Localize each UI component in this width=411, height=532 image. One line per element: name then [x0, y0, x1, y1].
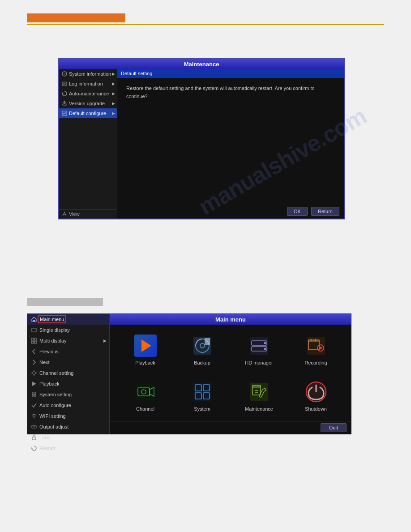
- main-menu-label: Main menu: [38, 315, 66, 323]
- svg-rect-13: [34, 338, 37, 340]
- svg-rect-54: [253, 385, 261, 388]
- svg-rect-14: [31, 341, 34, 343]
- menu-item-shutdown[interactable]: Shutdown: [290, 375, 342, 417]
- channel-label: Channel: [136, 406, 154, 412]
- maintenance-main: Default setting Restore the default sett…: [117, 69, 344, 219]
- maintenance-title: Maintenance: [184, 61, 219, 68]
- sidebar-item-output-adjust[interactable]: Output adjust: [27, 421, 109, 432]
- svg-rect-43: [137, 383, 154, 401]
- sidebar-item-version-upgrade-label: Version upgrade: [69, 101, 105, 106]
- maintenance-body: i System information ▶ Log information ▶…: [59, 69, 344, 219]
- svg-point-33: [264, 342, 266, 344]
- arrow-icon-0: ▶: [112, 72, 115, 76]
- maintenance-label: Maintenance: [245, 406, 273, 412]
- sidebar-item-single-display[interactable]: Single display: [27, 325, 109, 335]
- return-button[interactable]: Return: [311, 207, 339, 216]
- sidebar-item-previous[interactable]: Previous: [27, 346, 109, 357]
- menu-item-channel[interactable]: Channel: [119, 375, 171, 417]
- main-menu-footer: Quit: [110, 421, 351, 434]
- svg-rect-12: [31, 338, 34, 340]
- single-display-label: Single display: [39, 327, 70, 333]
- svg-text:i: i: [64, 72, 65, 76]
- svg-point-35: [264, 348, 266, 350]
- sidebar-item-channel-setting[interactable]: Channel setting: [27, 368, 109, 378]
- sidebar-item-lock[interactable]: Lock: [27, 432, 109, 443]
- main-menu-sidebar: Main menu Single display Multi display ▶…: [27, 313, 110, 434]
- main-menu-title-text: Main menu: [215, 316, 246, 323]
- sidebar-item-log-info[interactable]: Log information ▶: [59, 79, 117, 89]
- sidebar-item-restart[interactable]: Restart: [27, 443, 109, 454]
- shutdown-label: Shutdown: [305, 406, 327, 412]
- svg-point-16: [33, 372, 35, 374]
- sidebar-item-wifi-setting[interactable]: WIFI setting: [27, 411, 109, 421]
- sidebar-item-main-menu[interactable]: Main menu: [27, 314, 109, 325]
- hdmanager-label: HD manager: [245, 360, 273, 365]
- header-orange-bar: [27, 13, 125, 22]
- page-header: [27, 13, 384, 22]
- auto-configure-label: Auto configure: [39, 403, 71, 408]
- playback-icon: [134, 334, 157, 357]
- menu-item-backup[interactable]: Backup: [176, 329, 228, 371]
- playback-label: Playback: [135, 360, 155, 365]
- maintenance-sidebar: i System information ▶ Log information ▶…: [59, 69, 117, 219]
- output-adjust-label: Output adjust: [39, 424, 68, 429]
- svg-rect-10: [33, 320, 35, 322]
- menu-item-recording[interactable]: Recording: [290, 329, 342, 371]
- sidebar-footer: View: [59, 209, 117, 219]
- arrow-icon-2: ▶: [112, 91, 115, 96]
- main-menu-title: Main menu: [110, 314, 351, 325]
- shutdown-icon: [304, 380, 328, 403]
- maintenance-footer: OK Return: [117, 204, 344, 219]
- default-setting-label: Default setting: [121, 71, 152, 76]
- sidebar-item-next[interactable]: Next: [27, 357, 109, 368]
- system-setting-label: System setting: [39, 392, 72, 397]
- maintenance-title-bar: Maintenance: [59, 59, 344, 69]
- section2-gray-bar: [27, 298, 103, 306]
- svg-point-23: [34, 417, 34, 418]
- system-icon: [191, 380, 214, 403]
- menu-item-system[interactable]: System: [176, 375, 228, 417]
- main-menu-screenshot: Main menu Single display Multi display ▶…: [27, 313, 351, 434]
- svg-rect-30: [205, 338, 210, 345]
- arrow-multi-display: ▶: [103, 339, 107, 343]
- sidebar-item-default-configure-label: Default configure: [69, 111, 106, 116]
- sidebar-item-playback[interactable]: Playback: [27, 378, 109, 389]
- sidebar-item-system-info[interactable]: i System information ▶: [59, 69, 117, 79]
- sidebar-item-system-setting[interactable]: System setting: [27, 389, 109, 400]
- restart-label: Restart: [39, 446, 55, 451]
- menu-item-playback[interactable]: Playback: [119, 329, 171, 371]
- sidebar-item-auto-maintenance[interactable]: Auto-maintenance ▶: [59, 89, 117, 99]
- backup-icon: [191, 334, 214, 357]
- svg-marker-5: [62, 92, 64, 94]
- sidebar-item-multi-display[interactable]: Multi display ▶: [27, 335, 109, 346]
- sidebar-item-version-upgrade[interactable]: Version upgrade ▶: [59, 99, 117, 108]
- sidebar-footer-label: View: [69, 211, 80, 217]
- main-menu-grid: Playback Backup: [110, 325, 351, 421]
- arrow-icon-4: ▶: [112, 111, 115, 116]
- sidebar-item-system-info-label: System information: [69, 71, 111, 77]
- svg-rect-11: [32, 328, 36, 332]
- default-setting-header: Default setting: [117, 69, 344, 78]
- wifi-setting-label: WIFI setting: [39, 413, 66, 419]
- quit-button[interactable]: Quit: [321, 423, 347, 432]
- default-setting-content: Restore the default setting and the syst…: [117, 78, 344, 204]
- maintenance-icon: [248, 380, 271, 403]
- svg-point-22: [33, 394, 35, 395]
- sidebar-item-default-configure[interactable]: Default configure ▶: [59, 108, 117, 118]
- svg-rect-2: [62, 82, 67, 86]
- svg-rect-15: [34, 341, 37, 343]
- arrow-icon-3: ▶: [112, 101, 115, 106]
- ok-button[interactable]: OK: [287, 207, 308, 216]
- sidebar-item-log-info-label: Log information: [69, 81, 103, 86]
- recording-icon: [304, 334, 328, 357]
- svg-point-42: [319, 347, 322, 349]
- maintenance-screenshot: Maintenance i System information ▶ Log i…: [58, 58, 345, 219]
- svg-rect-31: [250, 337, 268, 355]
- next-label: Next: [39, 360, 50, 365]
- sidebar-item-auto-configure[interactable]: Auto configure: [27, 400, 109, 411]
- svg-rect-6: [63, 104, 66, 105]
- recording-label: Recording: [304, 360, 327, 365]
- menu-item-maintenance[interactable]: Maintenance: [233, 375, 285, 417]
- channel-setting-label: Channel setting: [39, 370, 73, 376]
- menu-item-hdmanager[interactable]: HD manager: [233, 329, 285, 371]
